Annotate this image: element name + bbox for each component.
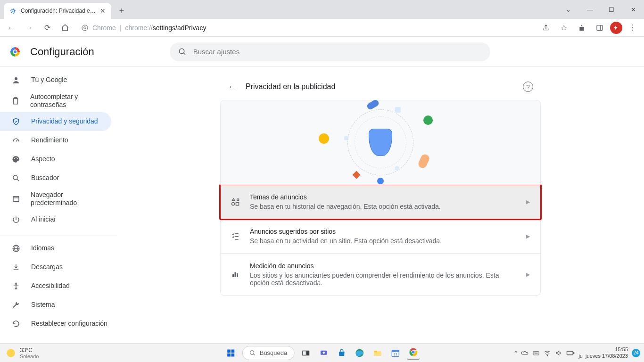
nav-on-startup[interactable]: Al iniciar <box>0 210 111 229</box>
window-maximize-icon[interactable]: ☐ <box>601 0 622 19</box>
nav-performance[interactable]: Rendimiento <box>0 131 111 150</box>
svg-rect-36 <box>374 352 381 356</box>
taskbar-chat-icon[interactable] <box>317 346 330 360</box>
taskbar-taskview-icon[interactable] <box>299 346 312 360</box>
svg-line-10 <box>16 140 17 142</box>
page-header: ← Privacidad en la publicidad ? <box>220 74 541 100</box>
bookmark-star-icon[interactable]: ☆ <box>556 20 571 35</box>
window-dropdown-icon[interactable]: ⌄ <box>557 0 579 19</box>
kebab-menu-icon[interactable]: ⋮ <box>625 20 640 35</box>
search-icon <box>249 350 256 356</box>
tray-chevron-up-icon[interactable]: ^ <box>514 349 517 356</box>
nav-accessibility[interactable]: Accesibilidad <box>0 277 111 296</box>
settings-sidebar: Tú y Google Autocompletar y contraseñas … <box>0 67 117 362</box>
window-close-icon[interactable]: ✕ <box>622 0 644 19</box>
nav-default-browser[interactable]: Navegador predeterminado <box>0 188 111 210</box>
extensions-icon[interactable] <box>574 20 589 35</box>
nav-autofill[interactable]: Autocompletar y contraseñas <box>0 90 111 112</box>
svg-rect-45 <box>567 351 573 355</box>
speedometer-icon <box>11 136 21 145</box>
nav-languages[interactable]: Idiomas <box>0 239 111 258</box>
tray-notification-badge[interactable]: 24 <box>632 349 640 357</box>
omnibox-scheme: chrome:// <box>125 24 152 32</box>
svg-rect-32 <box>307 351 309 355</box>
page-back-button[interactable]: ← <box>228 82 236 92</box>
hero-shield-icon <box>369 129 392 156</box>
tray-clock[interactable]: 15:55 ju jueves 17/08/2023 <box>578 346 628 359</box>
svg-line-30 <box>253 354 255 355</box>
magnify-icon <box>11 174 21 182</box>
tray-volume-icon[interactable] <box>555 349 562 357</box>
taskbar-search[interactable]: Búsqueda <box>242 346 295 360</box>
nav-privacy-security[interactable]: Privacidad y seguridad <box>0 112 111 131</box>
browser-toolbar: ← → ⟳ Chrome | chrome://settings/adPriva… <box>0 19 644 37</box>
page-title: Privacidad en la publicidad <box>246 82 513 91</box>
tray-battery-icon[interactable] <box>566 350 575 356</box>
nav-forward-button[interactable]: → <box>22 20 37 35</box>
taskbar-store-icon[interactable] <box>335 346 348 360</box>
sidepanel-icon[interactable] <box>592 20 607 35</box>
row-ad-topics[interactable]: Temas de anuncios Se basa en tu historia… <box>220 185 541 219</box>
tray-wifi-icon[interactable] <box>544 349 551 357</box>
download-icon <box>11 263 21 272</box>
help-icon[interactable]: ? <box>523 82 533 92</box>
browser-tab[interactable]: Configuración: Privacidad en la p ✕ <box>4 3 111 19</box>
nav-you-and-google[interactable]: Tú y Google <box>0 71 111 90</box>
tray-onedrive-icon[interactable] <box>521 349 528 357</box>
settings-search[interactable] <box>170 42 490 61</box>
chevron-right-icon: ▶ <box>526 199 530 205</box>
omnibox-proto: Chrome <box>92 24 116 32</box>
shapes-icon <box>231 197 240 206</box>
svg-point-1 <box>82 25 88 31</box>
site-chrome-icon <box>81 24 89 32</box>
nav-system[interactable]: Sistema <box>0 296 111 314</box>
svg-point-21 <box>16 283 17 284</box>
nav-home-button[interactable] <box>58 20 73 35</box>
nav-downloads[interactable]: Descargas <box>0 258 111 277</box>
nav-appearance[interactable]: Aspecto <box>0 150 111 169</box>
taskbar-start-icon[interactable] <box>224 346 238 360</box>
nav-reload-button[interactable]: ⟳ <box>40 20 55 35</box>
settings-search-input[interactable] <box>193 48 482 56</box>
omnibox[interactable]: Chrome | chrome://settings/adPrivacy <box>75 21 536 35</box>
nav-back-button[interactable]: ← <box>4 20 19 35</box>
window-minimize-icon[interactable]: — <box>579 0 601 19</box>
tab-gear-icon <box>9 7 17 15</box>
nav-search-engine[interactable]: Buscador <box>0 169 111 188</box>
row-ad-measurement[interactable]: Medición de anuncios Los sitios y los an… <box>220 254 541 296</box>
row-title: Medición de anuncios <box>250 262 517 270</box>
taskbar-explorer-icon[interactable] <box>371 346 384 360</box>
new-tab-button[interactable]: + <box>115 4 128 17</box>
weather-temp: 33°C <box>20 347 39 354</box>
taskbar-edge-icon[interactable] <box>353 346 366 360</box>
taskbar-weather[interactable]: 33°C Soleado <box>0 347 39 359</box>
row-title: Anuncios sugeridos por sitios <box>250 228 517 235</box>
svg-point-2 <box>84 26 86 29</box>
shield-icon <box>11 117 21 126</box>
tray-keyboard-icon[interactable] <box>532 349 540 357</box>
settings-main: ← Privacidad en la publicidad ? <box>117 67 644 362</box>
taskbar-chrome-icon[interactable] <box>406 346 420 360</box>
svg-rect-38 <box>392 350 399 352</box>
checklist-icon <box>231 232 240 240</box>
settings-title: Configuración <box>30 46 94 58</box>
omnibox-path: settings/adPrivacy <box>153 24 206 32</box>
tab-close-icon[interactable]: ✕ <box>100 7 106 15</box>
svg-rect-25 <box>227 349 231 353</box>
weather-sun-icon <box>6 348 16 358</box>
svg-rect-46 <box>573 352 574 354</box>
taskbar-calendar-icon[interactable]: 31 <box>388 346 402 360</box>
svg-rect-27 <box>227 353 231 356</box>
svg-point-13 <box>17 158 18 159</box>
svg-text:31: 31 <box>393 352 397 356</box>
row-site-suggested-ads[interactable]: Anuncios sugeridos por sitios Se basa en… <box>220 219 541 254</box>
clipboard-icon <box>11 97 20 105</box>
nav-reset[interactable]: Restablecer configuración <box>0 314 111 333</box>
globe-icon <box>11 244 21 253</box>
svg-line-6 <box>183 53 185 55</box>
row-subtitle: Los sitios y los anunciantes pueden comp… <box>250 272 517 287</box>
profile-avatar[interactable] <box>610 22 622 34</box>
title-bar: Configuración: Privacidad en la p ✕ + ⌄ … <box>0 0 644 19</box>
row-subtitle: Se basa en tu historial de navegación. E… <box>250 203 517 210</box>
share-icon[interactable] <box>538 20 553 35</box>
